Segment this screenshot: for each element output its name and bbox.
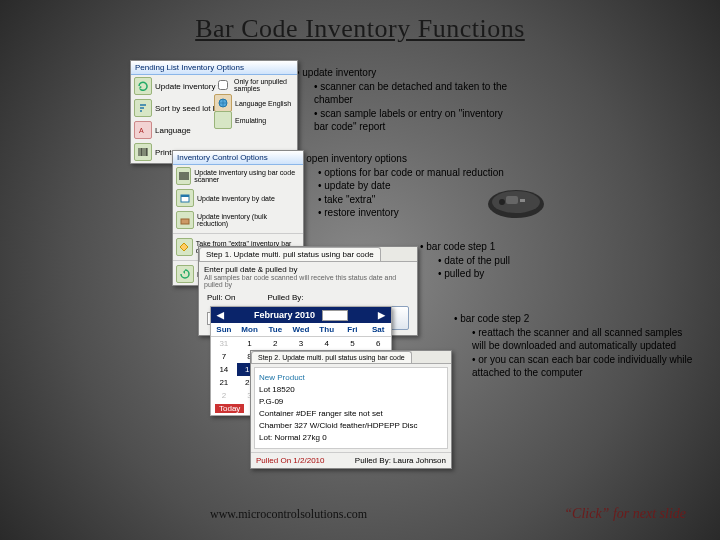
- p4-l1: Lot 18520: [259, 384, 443, 396]
- p2-r3: Update inventory (bulk reduction): [197, 213, 300, 227]
- p4-l5: Lot: Normal 27kg 0: [259, 432, 443, 444]
- cal-cell[interactable]: 21: [211, 376, 237, 389]
- svg-rect-4: [181, 219, 189, 224]
- calendar-day-headers: SunMonTueWedThuFriSat: [211, 323, 391, 337]
- cal-cell[interactable]: 2: [211, 389, 237, 402]
- b1-s1: • scanner can be detached and taken to t…: [314, 80, 516, 107]
- scan-icon: [176, 167, 191, 185]
- p1-r2: Only for unpulled samples: [234, 78, 292, 92]
- svg-point-9: [499, 199, 505, 205]
- cal-day-header: Tue: [262, 323, 288, 337]
- svg-rect-7: [506, 196, 518, 204]
- prev-month-icon[interactable]: ◀: [217, 310, 224, 320]
- scan-detail: New Product Lot 18520 P.G-09 Container #…: [254, 367, 448, 449]
- cal-day-header: Wed: [288, 323, 314, 337]
- p3-l4: Pulled By:: [267, 293, 303, 302]
- cal-day-header: Thu: [314, 323, 340, 337]
- svg-rect-3: [181, 195, 189, 197]
- panel2-title: Inventory Control Options: [173, 151, 303, 165]
- footer-url: www.microcontrolsolutions.com: [210, 507, 367, 522]
- cal-cell[interactable]: 31: [211, 337, 237, 350]
- date-icon: [176, 189, 194, 207]
- b1-s2: • scan sample labels or entry on "invent…: [314, 107, 516, 134]
- p2-r1: Update inventory using bar code scanner: [194, 169, 300, 183]
- extra-icon: [176, 238, 193, 256]
- sort-icon: [134, 99, 152, 117]
- p1-r6: Emulating: [235, 117, 266, 124]
- cal-cell[interactable]: 7: [211, 350, 237, 363]
- b4-s2: • or you can scan each bar code individu…: [472, 353, 698, 380]
- lang-icon: A: [134, 121, 152, 139]
- next-month-icon[interactable]: ▶: [378, 310, 385, 320]
- bullet-group-3: • bar code step 1 • date of the pull • p…: [420, 240, 600, 281]
- p1-r5: Language: [155, 126, 191, 135]
- tab-step2-active[interactable]: Step 2. Update multi. pull status using …: [251, 351, 412, 363]
- b1-head: • update inventory: [296, 66, 516, 80]
- p4-fl: Pulled On 1/2/2010: [256, 456, 325, 465]
- next-slide-hint[interactable]: “Click” for next slide: [564, 506, 686, 522]
- tab-step1[interactable]: Step 1. Update multi. pull status using …: [199, 247, 381, 261]
- p3-l2: All samples bar code scanned will receiv…: [204, 274, 412, 288]
- bullet-group-4: • bar code step 2 • reattach the scanner…: [454, 312, 698, 380]
- b3-s2: • pulled by: [438, 267, 600, 281]
- barcode-scanner-image: [486, 186, 546, 222]
- b3-head: • bar code step 1: [420, 240, 600, 254]
- cal-today[interactable]: Today: [215, 404, 244, 413]
- cal-cell[interactable]: 2: [262, 337, 288, 350]
- cal-day-header: Sat: [365, 323, 391, 337]
- p2-r2: Update inventory by date: [197, 195, 275, 202]
- p4-l3: Container #DEF ranger site not set: [259, 408, 443, 420]
- b4-s1: • reattach the scanner and all scanned s…: [472, 326, 698, 353]
- barcode-icon: [134, 143, 152, 161]
- slide-title: Bar Code Inventory Functions: [0, 14, 720, 44]
- cal-cell[interactable]: 5: [340, 337, 366, 350]
- b3-s1: • date of the pull: [438, 254, 600, 268]
- b2-s1: • options for bar code or manual reducti…: [318, 166, 540, 180]
- panel-step2: Step 2. Update multi. pull status using …: [250, 350, 452, 469]
- cal-cell[interactable]: 1: [237, 337, 263, 350]
- cal-cell[interactable]: 6: [365, 337, 391, 350]
- cal-day-header: Fri: [340, 323, 366, 337]
- p4-l2: P.G-09: [259, 396, 443, 408]
- p3-l1: Enter pull date & pulled by: [204, 265, 412, 274]
- calendar-header: ◀ February 2010 03:10 ▶: [211, 307, 391, 323]
- tab-row: Step 1. Update multi. pull status using …: [199, 247, 417, 262]
- p4-l0: New Product: [259, 372, 443, 384]
- bullet-group-1: • update inventory • scanner can be deta…: [296, 66, 516, 134]
- panel1-title: Pending List Inventory Options: [131, 61, 297, 75]
- panel-pending-options: Pending List Inventory Options Update in…: [130, 60, 298, 164]
- cal-time[interactable]: 03:10: [322, 310, 348, 321]
- restore-icon: [176, 265, 194, 283]
- bulk-icon: [176, 211, 194, 229]
- cal-day-header: Sun: [211, 323, 237, 337]
- p4-fr: Pulled By: Laura Johnson: [355, 456, 446, 465]
- p4-l4: Chamber 327 W/Cloid feather/HDPEPP Disc: [259, 420, 443, 432]
- cal-day-header: Mon: [237, 323, 263, 337]
- p3-l3: Pull: On: [207, 293, 235, 302]
- emulate-icon: [214, 111, 232, 129]
- b2-head: • open inventory options: [300, 152, 540, 166]
- svg-text:A: A: [139, 127, 144, 134]
- unpulled-checkbox[interactable]: [218, 80, 228, 90]
- cal-cell[interactable]: 3: [288, 337, 314, 350]
- p1-r4: Language English: [235, 100, 291, 107]
- update-icon: [134, 77, 152, 95]
- cal-month: February 2010: [254, 310, 315, 320]
- cal-cell[interactable]: 4: [314, 337, 340, 350]
- b4-head: • bar code step 2: [454, 312, 698, 326]
- cal-cell[interactable]: 14: [211, 363, 237, 376]
- svg-rect-8: [520, 199, 525, 202]
